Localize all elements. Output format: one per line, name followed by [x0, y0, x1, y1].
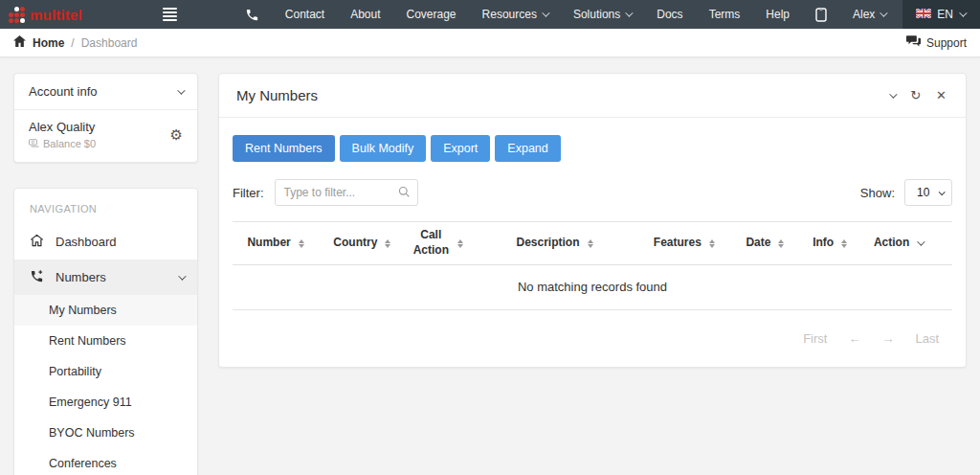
- filter-label: Filter:: [233, 186, 264, 200]
- numbers-table: Number Country Call Action Description F…: [233, 221, 952, 310]
- sidebar-subitem-conferences[interactable]: Conferences: [14, 448, 197, 475]
- user-menu[interactable]: Alex: [853, 8, 885, 21]
- account-name: Alex Quality: [29, 120, 96, 134]
- column-description: Description: [516, 236, 579, 251]
- sort-description-icon[interactable]: [588, 239, 593, 248]
- home-outline-icon: [30, 234, 44, 250]
- nav-link-contact[interactable]: Contact: [285, 8, 324, 21]
- pagination-prev-icon[interactable]: ←: [848, 331, 860, 346]
- column-features: Features: [654, 236, 702, 251]
- search-icon: [398, 186, 411, 201]
- chevron-down-icon: [542, 9, 549, 16]
- bulk-modify-button[interactable]: Bulk Modify: [340, 135, 427, 162]
- sidebar: Account info Alex Quality Balance $0 ⚙ N…: [13, 73, 198, 475]
- chevron-down-icon: [625, 9, 633, 16]
- export-button[interactable]: Export: [431, 135, 490, 162]
- close-icon[interactable]: ✕: [936, 89, 947, 102]
- chat-bubbles-icon: [906, 35, 921, 50]
- nav-link-about[interactable]: About: [350, 8, 380, 21]
- nav-link-terms[interactable]: Terms: [709, 8, 741, 21]
- breadcrumb-separator: /: [71, 36, 74, 50]
- sidebar-subitem-byoc-numbers[interactable]: BYOC Numbers: [14, 418, 197, 448]
- breadcrumb: Home / Dashboard: [13, 35, 137, 50]
- sidebar-subitem-my-numbers[interactable]: My Numbers: [14, 295, 197, 326]
- nav-link-resources[interactable]: Resources: [482, 8, 547, 21]
- navigation-heading: NAVIGATION: [14, 189, 197, 224]
- page-size-value: 10: [917, 186, 929, 199]
- nav-link-coverage[interactable]: Coverage: [407, 8, 457, 21]
- gear-icon[interactable]: ⚙: [170, 127, 183, 142]
- multitel-logo[interactable]: multitel: [0, 7, 163, 23]
- sort-call-action-icon[interactable]: [457, 239, 463, 248]
- rent-numbers-button[interactable]: Rent Numbers: [233, 135, 335, 162]
- uk-flag-icon: [916, 8, 931, 21]
- pagination: First ← → Last: [233, 310, 952, 367]
- sidebar-item-dashboard[interactable]: Dashboard: [14, 224, 197, 260]
- breadcrumb-bar: Home / Dashboard Support: [0, 29, 980, 57]
- account-info-header[interactable]: Account info: [14, 74, 197, 109]
- navigation-card: NAVIGATION Dashboard Numbers My Numbers …: [13, 188, 198, 475]
- language-selector[interactable]: EN: [902, 0, 980, 29]
- money-icon: [29, 138, 39, 149]
- top-navbar: multitel Contact About Coverage Resource…: [0, 0, 980, 29]
- sidebar-subitem-rent-numbers[interactable]: Rent Numbers: [14, 326, 197, 356]
- sort-info-icon[interactable]: [841, 239, 847, 248]
- page-size-select[interactable]: 10: [904, 179, 952, 206]
- phone-numbers-icon: [30, 269, 44, 286]
- pagination-last[interactable]: Last: [915, 331, 939, 346]
- page-title: My Numbers: [236, 87, 318, 103]
- chevron-down-icon: [939, 189, 946, 195]
- nav-link-help[interactable]: Help: [766, 8, 790, 21]
- column-info: Info: [813, 236, 834, 251]
- my-numbers-panel: My Numbers ↻ ✕ Rent Numbers Bulk Modify …: [218, 73, 967, 368]
- sort-country-icon[interactable]: [385, 239, 390, 248]
- breadcrumb-home[interactable]: Home: [33, 36, 64, 50]
- logo-text: multitel: [30, 7, 82, 23]
- show-label: Show:: [860, 186, 895, 200]
- column-country: Country: [333, 236, 377, 251]
- menu-icon[interactable]: [163, 8, 177, 21]
- chevron-down-icon: [178, 272, 186, 280]
- language-label: EN: [937, 8, 953, 21]
- refresh-icon[interactable]: ↻: [910, 89, 921, 102]
- column-date: Date: [746, 236, 770, 251]
- empty-table-message: No matching records found: [233, 265, 952, 310]
- collapse-panel-icon[interactable]: [889, 90, 897, 98]
- filter-input[interactable]: [275, 179, 418, 206]
- chevron-down-icon: [880, 9, 887, 16]
- sort-features-icon[interactable]: [709, 239, 715, 248]
- phone-icon[interactable]: [245, 8, 259, 22]
- pagination-next-icon[interactable]: →: [881, 331, 894, 346]
- breadcrumb-current: Dashboard: [81, 36, 138, 50]
- sidebar-item-numbers[interactable]: Numbers: [14, 260, 197, 295]
- account-info-card: Account info Alex Quality Balance $0 ⚙: [13, 73, 198, 163]
- sort-date-icon[interactable]: [778, 239, 784, 248]
- column-action: Action: [874, 236, 909, 251]
- chevron-down-icon[interactable]: [917, 238, 924, 245]
- pagination-first[interactable]: First: [803, 331, 827, 346]
- home-icon[interactable]: [13, 35, 26, 50]
- nav-link-docs[interactable]: Docs: [657, 8, 682, 21]
- sort-number-icon[interactable]: [299, 239, 304, 248]
- sidebar-subitem-emergency-911[interactable]: Emergency 911: [14, 387, 197, 418]
- column-call-action: Call Action: [412, 228, 450, 258]
- support-label: Support: [926, 36, 967, 50]
- account-info-title: Account info: [29, 84, 98, 99]
- column-number: Number: [247, 236, 290, 251]
- multitel-logo-icon: [9, 7, 25, 23]
- nav-link-solutions[interactable]: Solutions: [573, 8, 631, 21]
- account-balance: Balance $0: [29, 138, 96, 149]
- sidebar-subitem-portability[interactable]: Portability: [14, 356, 197, 387]
- chevron-down-icon: [959, 9, 967, 16]
- support-button[interactable]: Support: [906, 35, 967, 50]
- expand-button[interactable]: Expand: [495, 135, 560, 162]
- mobile-device-icon[interactable]: [815, 8, 827, 22]
- chevron-down-icon: [177, 86, 185, 94]
